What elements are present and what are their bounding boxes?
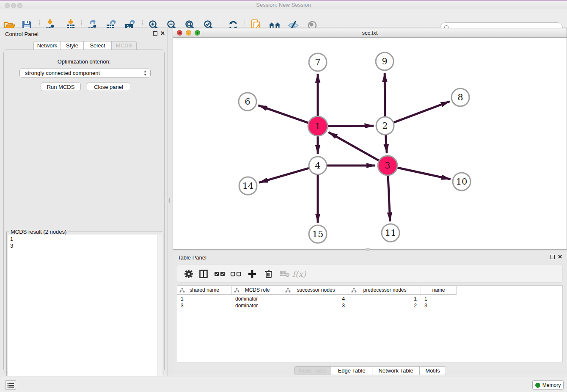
tab-network[interactable]: Network — [33, 41, 61, 50]
graph-edge-1-6[interactable] — [258, 105, 309, 123]
tree-sort-icon — [234, 287, 239, 293]
table-row[interactable]: 1dominator411 — [177, 295, 457, 302]
splitter-handle[interactable] — [166, 198, 170, 203]
table-settings-gear-icon[interactable] — [182, 267, 195, 281]
column-header-name[interactable]: name — [421, 286, 457, 295]
tree-sort-icon — [285, 287, 291, 293]
table-header-row: shared nameMCDS rolesuccessor nodesprede… — [177, 286, 457, 295]
mcds-result-line: 3 — [10, 243, 154, 249]
fx-label: f(x) — [292, 269, 306, 279]
graph-node-label: 11 — [385, 228, 396, 238]
tab-motifs[interactable]: Motifs — [420, 366, 446, 375]
graph-node-9[interactable]: 9 — [376, 52, 394, 70]
table-cell[interactable]: 3 — [283, 302, 349, 309]
graph-node-7[interactable]: 7 — [309, 53, 327, 71]
table-cell[interactable]: 4 — [283, 295, 349, 302]
table-cell[interactable]: dominator — [232, 295, 283, 302]
graph-edge-3-11[interactable] — [388, 174, 390, 221]
table-panel: Table Panel ✕ — [173, 251, 567, 376]
application-window: Session: New Session — [0, 0, 567, 392]
mcds-result-title: MCDS result (2 nodes) — [9, 229, 68, 235]
tab-node-table[interactable]: Node Table — [294, 366, 331, 375]
graph-node-8[interactable]: 8 — [451, 88, 469, 106]
control-panel-tabs: Network Style Select MCDS — [33, 41, 137, 50]
graph-edge-2-3[interactable] — [385, 134, 387, 153]
delete-table-icon — [278, 267, 292, 281]
graph-node-11[interactable]: 11 — [382, 224, 399, 242]
graph-node-14[interactable]: 14 — [239, 177, 257, 195]
graph-node-15[interactable]: 15 — [309, 225, 327, 243]
graph-node-6[interactable]: 6 — [239, 93, 256, 110]
network-graph[interactable]: 7968124314101511 — [173, 38, 567, 249]
column-header-successor-nodes[interactable]: successor nodes — [283, 286, 349, 295]
graph-edge-3-10[interactable] — [396, 167, 451, 179]
graph-node-3[interactable]: 3 — [378, 156, 397, 175]
close-panel-icon[interactable]: ✕ — [558, 254, 562, 260]
float-panel-icon[interactable] — [550, 255, 555, 259]
graph-edge-2-9[interactable] — [385, 73, 385, 118]
graph-edge-1-2[interactable] — [327, 126, 374, 126]
graph-edge-3-1[interactable] — [328, 132, 380, 161]
mcds-result-scrollbar[interactable] — [157, 235, 162, 392]
table-cell[interactable]: 1 — [177, 295, 232, 302]
tab-select[interactable]: Select — [84, 41, 112, 50]
network-canvas[interactable]: 7968124314101511 — [173, 38, 567, 249]
table-cell[interactable]: 1 — [421, 295, 457, 302]
graph-node-label: 1 — [315, 121, 320, 131]
mcds-tab-content: Optimization criterion: strongly connect… — [3, 50, 165, 373]
mcds-result-text[interactable]: 1 3 — [8, 235, 157, 392]
deselect-all-checkboxes-icon[interactable] — [229, 267, 242, 281]
delete-column-trash-icon[interactable] — [262, 267, 275, 281]
graph-node-4[interactable]: 4 — [309, 157, 327, 174]
tab-edge-table[interactable]: Edge Table — [331, 366, 372, 375]
table-cell[interactable]: 3 — [421, 302, 457, 309]
graph-node-label: 7 — [315, 57, 320, 67]
graph-node-1[interactable]: 1 — [308, 116, 328, 136]
tab-mcds[interactable]: MCDS — [112, 41, 137, 50]
graph-node-label: 14 — [242, 181, 254, 191]
main-toolbar — [0, 9, 567, 28]
graph-node-label: 8 — [457, 92, 463, 102]
control-panel-header: Control Panel ✕ — [0, 28, 168, 40]
float-panel-icon[interactable] — [153, 31, 157, 36]
table-row[interactable]: 3dominator323 — [177, 302, 457, 309]
tree-sort-icon — [179, 287, 185, 293]
close-panel-icon[interactable]: ✕ — [160, 30, 165, 37]
task-history-button[interactable] — [5, 380, 16, 390]
select-all-checkboxes-icon[interactable] — [213, 267, 226, 281]
table-cell[interactable]: 1 — [349, 295, 421, 302]
memory-label: Memory — [542, 382, 561, 388]
status-bar: Memory — [0, 376, 567, 392]
dropdown-spinner-icon: ▲▼ — [143, 70, 147, 77]
network-window-titlebar: ✕ − + scc.txt — [173, 28, 567, 38]
memory-button[interactable]: Memory — [532, 380, 564, 390]
function-builder-icon: f(x) — [292, 267, 306, 281]
tree-sort-icon — [351, 287, 357, 293]
titlebar-accent-strip — [0, 0, 567, 1]
column-header-shared-name[interactable]: shared name — [177, 286, 232, 295]
table-cell[interactable]: 2 — [349, 302, 421, 309]
run-mcds-button[interactable]: Run MCDS — [41, 83, 81, 91]
table-cell[interactable]: 3 — [177, 302, 232, 309]
criterion-dropdown[interactable]: strongly connected component ▲▼ — [19, 69, 151, 77]
add-column-plus-icon[interactable] — [245, 267, 259, 281]
column-header-predecessor-nodes[interactable]: predecessor nodes — [349, 286, 421, 295]
graph-edge-4-14[interactable] — [259, 168, 310, 182]
mcds-result-box: MCDS result (2 nodes) 1 3 — [6, 232, 163, 392]
split-columns-icon[interactable] — [197, 267, 210, 281]
list-icon — [7, 382, 14, 389]
control-panel: Control Panel ✕ Network Style Select MCD… — [0, 28, 168, 376]
node-attribute-table[interactable]: shared nameMCDS rolesuccessor nodesprede… — [177, 285, 563, 362]
network-view-window: ✕ − + scc.txt 7968124314101511 — [173, 28, 567, 250]
splitter-handle[interactable] — [366, 248, 370, 251]
graph-edge-2-8[interactable] — [393, 102, 450, 123]
tab-network-table[interactable]: Network Table — [372, 366, 420, 375]
tab-style[interactable]: Style — [61, 41, 84, 50]
close-panel-button[interactable]: Close panel — [87, 83, 130, 91]
graph-node-2[interactable]: 2 — [376, 117, 394, 135]
column-header-MCDS-role[interactable]: MCDS role — [232, 286, 283, 295]
table-cell[interactable]: dominator — [232, 302, 283, 309]
graph-node-10[interactable]: 10 — [453, 173, 471, 190]
graph-node-label: 6 — [245, 97, 250, 107]
table-panel-title: Table Panel — [178, 254, 206, 261]
